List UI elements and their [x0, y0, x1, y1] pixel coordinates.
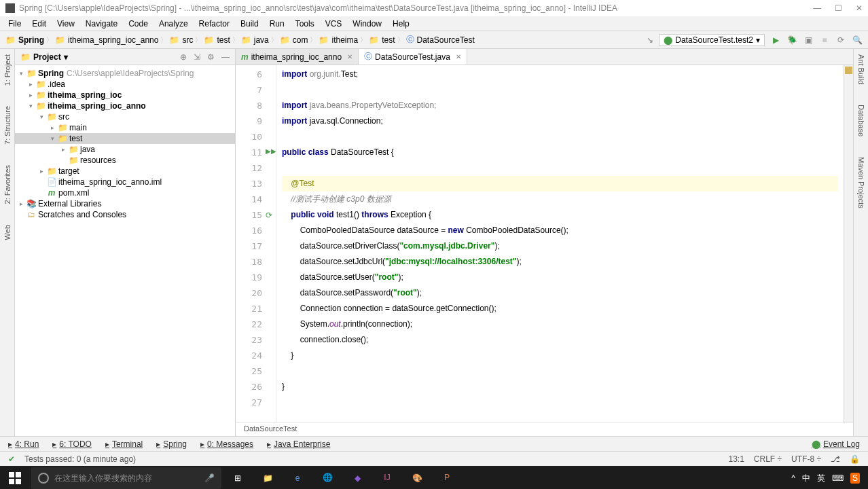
- task-view-button[interactable]: ⊞: [223, 466, 253, 489]
- left-tool-web[interactable]: Web: [3, 225, 12, 240]
- right-tool-mavenprojects[interactable]: Maven Projects: [857, 157, 865, 209]
- breadcrumb-item[interactable]: 📁 test: [204, 35, 230, 45]
- menu-code[interactable]: Code: [123, 18, 153, 30]
- tray-ime-icon[interactable]: 中: [802, 473, 810, 484]
- tray-keyboard-icon[interactable]: ⌨: [832, 473, 844, 483]
- event-log-tab[interactable]: ⬤Event Log: [812, 439, 860, 449]
- tree-item[interactable]: mpom.xml: [15, 187, 235, 198]
- file-encoding[interactable]: UTF-8 ÷: [791, 454, 821, 464]
- taskbar-search[interactable]: 在这里输入你要搜索的内容 🎤: [31, 467, 221, 489]
- menu-file[interactable]: File: [3, 18, 26, 30]
- lock-icon[interactable]: 🔒: [850, 454, 860, 464]
- editor-gutter[interactable]: ▶▶ ⟳ 67891011121314151617181920212223242…: [236, 65, 276, 422]
- breadcrumb-item[interactable]: ⓒ DataSourceTest: [406, 34, 475, 46]
- git-icon[interactable]: ⎇: [831, 454, 840, 464]
- breadcrumb-item[interactable]: 📁 itheima_spring_ioc_anno: [55, 35, 158, 45]
- editor-tab[interactable]: ⓒDataSourceTest.java✕: [359, 49, 467, 65]
- menu-tools[interactable]: Tools: [290, 18, 320, 30]
- taskbar-app-unknown1[interactable]: ◆: [342, 466, 372, 489]
- taskbar-app-chrome[interactable]: 🌐: [312, 466, 342, 489]
- menu-refactor[interactable]: Refactor: [194, 18, 235, 30]
- tree-item[interactable]: ▾📁itheima_spring_ioc_anno: [15, 101, 235, 111]
- run-button[interactable]: ▶: [770, 35, 781, 46]
- tree-item[interactable]: ▸📁itheima_spring_ioc: [15, 90, 235, 101]
- left-tool-structure[interactable]: 7: Structure: [3, 106, 12, 145]
- tree-item[interactable]: ▸📁.idea: [15, 79, 235, 90]
- tree-item[interactable]: ▾📁src: [15, 111, 235, 122]
- back-icon[interactable]: ↘: [647, 35, 653, 45]
- taskbar-app-edge[interactable]: e: [283, 466, 312, 489]
- run-method-gutter-icon[interactable]: ⟳: [266, 211, 272, 220]
- menu-navigate[interactable]: Navigate: [80, 18, 123, 30]
- tray-sogou-icon[interactable]: S: [850, 473, 860, 484]
- bottom-tab[interactable]: ▸6: TODO: [52, 439, 92, 449]
- close-tab-icon[interactable]: ✕: [456, 53, 461, 60]
- mic-icon[interactable]: 🎤: [204, 473, 215, 483]
- run-class-gutter-icon[interactable]: ▶▶: [266, 147, 276, 155]
- breadcrumb-item[interactable]: 📁 com: [280, 35, 308, 45]
- menu-view[interactable]: View: [52, 18, 80, 30]
- tree-item[interactable]: ▸📁target: [15, 166, 235, 177]
- code-editor[interactable]: import org.junit.Test;import java.beans.…: [276, 65, 844, 422]
- menu-vcs[interactable]: VCS: [320, 18, 348, 30]
- run-config-selector[interactable]: ⬤ DataSourceTest.test2 ▾: [659, 34, 765, 46]
- gear-icon[interactable]: ⚙: [207, 52, 215, 62]
- maximize-button[interactable]: ☐: [835, 3, 842, 13]
- tree-item[interactable]: 📁resources: [15, 155, 235, 166]
- bottom-tab[interactable]: ▸Terminal: [105, 439, 143, 449]
- tray-lang-icon[interactable]: 英: [817, 473, 825, 484]
- editor-tab[interactable]: mitheima_spring_ioc_anno✕: [236, 49, 359, 65]
- breadcrumb-item[interactable]: 📁 java: [241, 35, 269, 45]
- editor-breadcrumb[interactable]: DataSourceTest: [236, 422, 853, 436]
- stop-button[interactable]: ■: [819, 35, 830, 46]
- tree-item[interactable]: 🗂Scratches and Consoles: [15, 209, 235, 220]
- hide-icon[interactable]: —: [221, 52, 230, 62]
- menu-analyze[interactable]: Analyze: [153, 18, 194, 30]
- project-title[interactable]: 📁 Project ▾: [20, 52, 68, 62]
- tree-item[interactable]: ▸📁java: [15, 144, 235, 155]
- project-tree[interactable]: ▾📁SpringC:\Users\apple\IdeaProjects\Spri…: [15, 65, 235, 436]
- left-tool-project[interactable]: 1: Project: [3, 54, 12, 86]
- menu-help[interactable]: Help: [387, 18, 415, 30]
- taskbar-app-explorer[interactable]: 📁: [253, 466, 283, 489]
- bottom-tab[interactable]: ▸Java Enterprise: [267, 439, 330, 449]
- breadcrumb-item[interactable]: 📁 src: [169, 35, 193, 45]
- tree-item[interactable]: 📄itheima_spring_ioc_anno.iml: [15, 177, 235, 187]
- menu-window[interactable]: Window: [347, 18, 387, 30]
- menu-build[interactable]: Build: [235, 18, 264, 30]
- caret-position[interactable]: 13:1: [728, 454, 744, 464]
- error-stripe[interactable]: [844, 65, 853, 422]
- taskbar-app-powerpoint[interactable]: P: [432, 466, 462, 489]
- right-tool-antbuild[interactable]: Ant Build: [857, 54, 865, 84]
- debug-button[interactable]: 🪲: [786, 35, 797, 46]
- menu-run[interactable]: Run: [264, 18, 290, 30]
- breadcrumb-item[interactable]: 📁 itheima: [319, 35, 358, 45]
- left-tool-favorites[interactable]: 2: Favorites: [3, 165, 12, 204]
- tray-chevron-up-icon[interactable]: ^: [791, 473, 795, 483]
- tree-item[interactable]: ▸📚External Libraries: [15, 198, 235, 209]
- warning-marker[interactable]: [845, 67, 852, 74]
- target-icon[interactable]: ⊕: [180, 52, 187, 62]
- close-button[interactable]: ✕: [856, 3, 863, 13]
- minimize-button[interactable]: —: [813, 3, 821, 13]
- line-separator[interactable]: CRLF ÷: [754, 454, 782, 464]
- coverage-button[interactable]: ▣: [803, 35, 814, 46]
- tree-item[interactable]: ▸📁main: [15, 122, 235, 133]
- breadcrumb-item[interactable]: 📁 test: [369, 35, 395, 45]
- bottom-tab[interactable]: ▸0: Messages: [200, 439, 253, 449]
- tree-item[interactable]: ▾📁test: [15, 133, 235, 144]
- bottom-tab[interactable]: ▸Spring: [156, 439, 187, 449]
- taskbar-app-intellij[interactable]: IJ: [372, 466, 402, 489]
- breadcrumb-item[interactable]: 📁 Spring: [5, 35, 44, 45]
- system-tray[interactable]: ^ 中 英 ⌨ S: [783, 473, 868, 484]
- taskbar-app-paint[interactable]: 🎨: [402, 466, 432, 489]
- menu-edit[interactable]: Edit: [26, 18, 52, 30]
- tree-item[interactable]: ▾📁SpringC:\Users\apple\IdeaProjects\Spri…: [15, 68, 235, 79]
- bottom-tab[interactable]: ▸4: Run: [8, 439, 39, 449]
- start-button[interactable]: [0, 466, 30, 489]
- collapse-icon[interactable]: ⇲: [194, 52, 200, 62]
- right-tool-database[interactable]: Database: [857, 105, 865, 137]
- search-icon[interactable]: 🔍: [852, 35, 863, 46]
- close-tab-icon[interactable]: ✕: [347, 53, 352, 60]
- update-button[interactable]: ⟳: [835, 35, 846, 46]
